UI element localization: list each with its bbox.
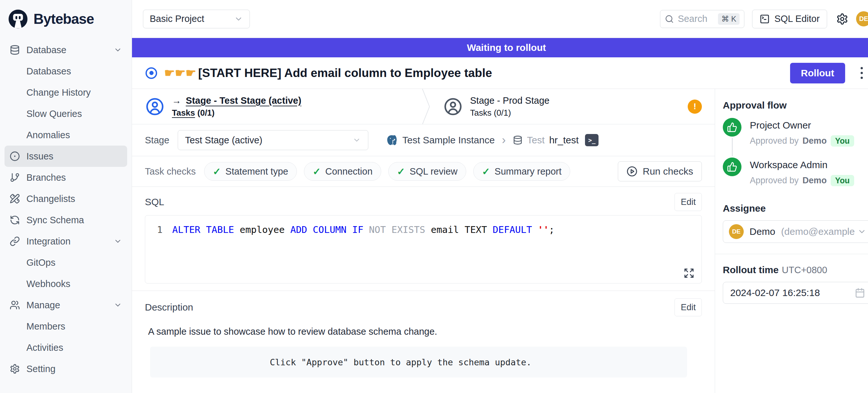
bytebase-logo-icon <box>8 9 28 29</box>
refresh-icon <box>10 215 20 225</box>
app-name: Bytebase <box>33 11 94 27</box>
sidebar-item-changelists[interactable]: Changelists <box>4 188 127 209</box>
rollout-time-value: 2024-02-07 16:25:18 <box>730 288 820 298</box>
description-section-title: Description <box>145 302 193 313</box>
sidebar-item-integration[interactable]: Integration <box>4 231 127 252</box>
bytebase-app: Bytebase Database Databases Change Histo… <box>0 0 868 393</box>
issue-sidebar-panel: Approval flow Project Owner Approved by … <box>715 89 868 393</box>
check-statement-type[interactable]: ✓Statement type <box>204 162 297 181</box>
sql-editor[interactable]: 1 ALTER TABLE employee ADD COLUMN IF NOT… <box>145 215 702 283</box>
sidebar-item-branches[interactable]: Branches <box>4 167 127 188</box>
check-sql-review[interactable]: ✓SQL review <box>388 162 466 181</box>
sidebar-item-webhooks[interactable]: Webhooks <box>4 273 127 295</box>
stage-tasks-link[interactable]: Tasks <box>172 108 195 118</box>
sql-edit-button[interactable]: Edit <box>675 193 702 211</box>
description-edit-button[interactable]: Edit <box>675 298 702 316</box>
sidebar-item-issues[interactable]: Issues <box>4 146 127 167</box>
check-summary-report[interactable]: ✓Summary report <box>473 162 570 181</box>
circle-dot-icon <box>10 151 20 161</box>
expand-icon[interactable] <box>684 268 694 279</box>
chevron-down-icon <box>114 46 122 54</box>
sidebar: Bytebase Database Databases Change Histo… <box>0 0 132 393</box>
sidebar-item-members[interactable]: Members <box>4 316 127 337</box>
search-input[interactable]: Search ⌘ K <box>660 10 744 28</box>
postgresql-icon <box>386 134 398 146</box>
assignee-email: (demo@example <box>781 226 855 237</box>
approved-by-label: Approved by <box>750 136 799 146</box>
gear-icon <box>10 364 20 374</box>
description-text: A sample issue to showcase how to review… <box>145 326 702 337</box>
stage-prod[interactable]: Stage - Prod Stage Tasks (0/1) ! <box>430 89 715 124</box>
status-banner-text: Waiting to rollout <box>467 42 546 53</box>
database-icon <box>513 135 523 145</box>
user-circle-icon <box>444 97 462 116</box>
assignee-select[interactable]: DE Demo (demo@example <box>723 220 868 243</box>
warning-badge: ! <box>688 99 702 114</box>
project-select[interactable]: Basic Project <box>143 10 250 28</box>
sidebar-item-database[interactable]: Database <box>4 39 127 61</box>
stage-title[interactable]: Stage - Test Stage (active) <box>186 95 301 106</box>
environment-label: Test <box>527 134 545 146</box>
assignee-avatar: DE <box>729 224 744 239</box>
database-link[interactable]: hr_test <box>549 134 579 146</box>
sql-section: SQL Edit 1 ALTER TABLE employee ADD COLU… <box>132 187 715 291</box>
stage-select[interactable]: Test Stage (active) <box>178 130 368 150</box>
description-code-block: Click "Approve" button to apply the sche… <box>150 346 687 377</box>
sidebar-item-databases[interactable]: Databases <box>4 61 127 82</box>
sidebar-item-change-history[interactable]: Change History <box>4 82 127 103</box>
stage-test[interactable]: → Stage - Test Stage (active) Tasks (0/1… <box>132 89 422 124</box>
database-breadcrumb: Test Sample Instance › Test hr_test >_ <box>386 133 599 147</box>
sql-editor-button[interactable]: SQL Editor <box>752 10 827 28</box>
approval-flow: Project Owner Approved by Demo You <box>723 118 868 197</box>
timezone-label: UTC+0800 <box>782 265 827 275</box>
stage-title: Stage - Prod Stage <box>470 95 550 106</box>
approved-by-label: Approved by <box>750 176 799 186</box>
check-success-icon: ✓ <box>482 166 490 177</box>
users-icon <box>10 300 20 310</box>
kebab-menu-icon[interactable] <box>858 64 865 82</box>
issue-title: ☛☛☛[START HERE] Add email column to Empl… <box>164 66 492 80</box>
sidebar-item-activities[interactable]: Activities <box>4 337 127 358</box>
settings-gear-button[interactable] <box>836 13 848 25</box>
rollout-time-input[interactable]: 2024-02-07 16:25:18 <box>723 282 868 304</box>
thumbs-up-icon <box>723 157 741 176</box>
stage-selector-row: Stage Test Stage (active) Test Sample In… <box>132 124 715 156</box>
stage-selector-label: Stage <box>145 135 169 146</box>
active-stage-arrow: → <box>172 95 181 106</box>
status-banner: Waiting to rollout <box>132 38 868 57</box>
rollout-button[interactable]: Rollout <box>790 63 845 84</box>
sidebar-item-setting[interactable]: Setting <box>4 358 127 380</box>
check-connection[interactable]: ✓Connection <box>304 162 381 181</box>
assignee-title: Assignee <box>723 203 868 214</box>
calendar-icon <box>855 288 865 298</box>
thumbs-up-icon <box>723 118 741 137</box>
sidebar-nav: Database Databases Change History Slow Q… <box>0 38 132 393</box>
search-placeholder: Search <box>678 13 714 24</box>
chevron-down-icon <box>352 136 361 144</box>
instance-link[interactable]: Test Sample Instance <box>402 134 495 146</box>
check-success-icon: ✓ <box>313 166 321 177</box>
task-checks-label: Task checks <box>145 166 196 177</box>
approver-name: Demo <box>803 136 827 146</box>
user-avatar[interactable]: DE <box>856 11 868 26</box>
run-checks-button[interactable]: Run checks <box>618 161 702 181</box>
chevron-down-icon <box>114 237 122 245</box>
sidebar-item-sync-schema[interactable]: Sync Schema <box>4 209 127 231</box>
assignee-block: Assignee DE Demo (demo@example <box>723 203 868 243</box>
app-logo[interactable]: Bytebase <box>0 0 132 38</box>
task-checks-row: Task checks ✓Statement type ✓Connection … <box>132 156 715 187</box>
stage-tasks-count: (0/1) <box>494 108 511 118</box>
pointing-finger-emoji: ☛☛☛ <box>164 66 196 80</box>
sidebar-item-anomalies[interactable]: Anomalies <box>4 124 127 146</box>
approval-step: Project Owner Approved by Demo You <box>723 118 868 157</box>
issue-main: → Stage - Test Stage (active) Tasks (0/1… <box>132 89 715 393</box>
sidebar-item-gitops[interactable]: GitOps <box>4 252 127 273</box>
topbar: Basic Project Search ⌘ K SQL Editor DE <box>132 0 868 38</box>
stage-pipeline: → Stage - Test Stage (active) Tasks (0/1… <box>132 89 715 124</box>
sidebar-item-slow-queries[interactable]: Slow Queries <box>4 103 127 124</box>
sidebar-item-manage[interactable]: Manage <box>4 295 127 316</box>
open-in-sql-editor-icon[interactable]: >_ <box>585 134 598 146</box>
square-terminal-icon <box>760 14 770 24</box>
sql-section-title: SQL <box>145 196 164 207</box>
approval-flow-title: Approval flow <box>723 100 868 111</box>
